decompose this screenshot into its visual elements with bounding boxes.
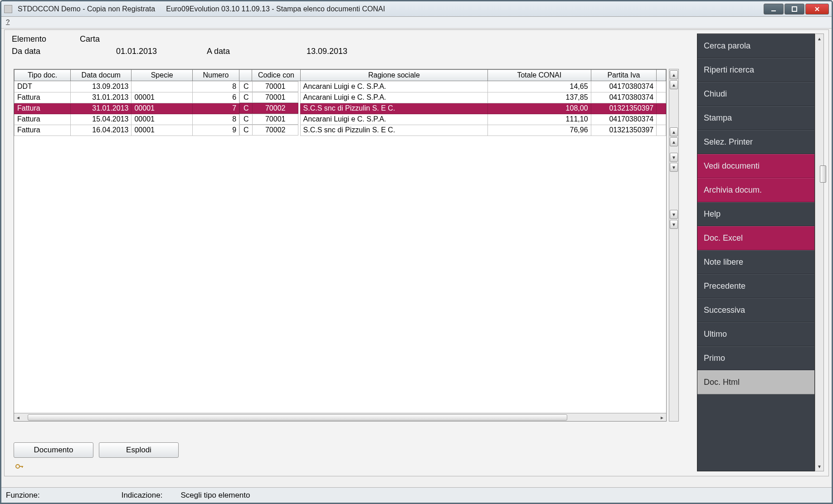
nav-prev-icon[interactable]: ▲ [670, 80, 678, 89]
col-specie[interactable]: Specie [132, 70, 192, 81]
col-tipo[interactable]: Tipo doc. [15, 70, 71, 81]
col-piva[interactable]: Partita Iva [591, 70, 657, 81]
table-row[interactable]: Fattura15.04.2013000018C70001Ancarani Lu… [15, 114, 666, 125]
menu-bar: ? [1, 17, 832, 29]
status-funzione-label: Funzione: [6, 491, 40, 500]
elemento-label: Elemento [12, 34, 80, 44]
side-item-precedente[interactable]: Precedente [697, 274, 814, 298]
side-item-vedi-documenti[interactable]: Vedi documenti [697, 154, 814, 178]
side-scrollbar[interactable]: ▲ ▼ [815, 34, 824, 471]
side-item-help[interactable]: Help [697, 202, 814, 226]
side-item-primo[interactable]: Primo [697, 346, 814, 370]
side-item-note-libere[interactable]: Note libere [697, 250, 814, 274]
content-area: Elemento Carta Da data 01.01.2013 A data… [4, 29, 829, 476]
col-codice[interactable]: Codice con [239, 70, 300, 81]
svg-rect-1 [792, 7, 797, 11]
elemento-value: Carta [80, 34, 193, 44]
side-item-cerca-parola[interactable]: Cerca parola [697, 34, 814, 58]
col-data[interactable]: Data docum [71, 70, 132, 81]
nav-up-icon[interactable]: ▲ [670, 137, 678, 146]
side-scroll-thumb[interactable] [820, 165, 826, 183]
a-data-label: A data [207, 47, 307, 56]
h-scroll-thumb[interactable] [28, 414, 567, 421]
side-scroll-down-icon[interactable]: ▼ [816, 462, 823, 470]
esplodi-button[interactable]: Esplodi [99, 442, 179, 458]
maximize-button[interactable] [784, 4, 804, 15]
col-totale[interactable]: Totale CONAI [488, 70, 591, 81]
status-indicazione-label: Indicazione: [122, 491, 163, 500]
grid-h-scrollbar[interactable]: ◄ ► [14, 413, 666, 421]
grid-empty-area [14, 136, 666, 413]
side-menu: Cerca parolaRiperti ricercaChiudiStampaS… [697, 34, 815, 471]
side-item-doc-excel[interactable]: Doc. Excel [697, 226, 814, 250]
scroll-right-icon[interactable]: ► [658, 413, 666, 422]
col-numero[interactable]: Numero [192, 70, 239, 81]
window-controls [764, 4, 829, 15]
table-row[interactable]: Fattura31.01.2013000016C70001Ancarani Lu… [15, 92, 666, 103]
da-data-label: Da data [12, 47, 116, 56]
a-data-value: 13.09.2013 [307, 47, 397, 56]
side-item-selez-printer[interactable]: Selez. Printer [697, 130, 814, 154]
bottom-buttons: Documento Esplodi [14, 442, 179, 458]
side-item-stampa[interactable]: Stampa [697, 106, 814, 130]
grid-header-row: Tipo doc. Data docum Specie Numero Codic… [15, 70, 666, 81]
nav-down-double-icon[interactable]: ▼ [670, 163, 678, 172]
data-grid[interactable]: Tipo doc. Data docum Specie Numero Codic… [14, 69, 667, 422]
documento-button[interactable]: Documento [14, 442, 93, 458]
table-row[interactable]: Fattura31.01.2013000017C70002S.C.S snc d… [15, 103, 666, 114]
scroll-left-icon[interactable]: ◄ [14, 413, 22, 422]
menu-help[interactable]: ? [6, 18, 10, 25]
nav-up-double-icon[interactable]: ▲ [670, 127, 678, 136]
minimize-button[interactable] [764, 4, 784, 15]
side-scroll-up-icon[interactable]: ▲ [816, 34, 823, 43]
app-icon [4, 5, 12, 13]
grid-v-navigator: ▲ ▲ ▲ ▲ ▼ ▼ ▼ ▼ [669, 69, 679, 422]
nav-down-icon[interactable]: ▼ [670, 153, 678, 162]
nav-next-icon[interactable]: ▼ [670, 210, 678, 219]
side-item-chiudi[interactable]: Chiudi [697, 82, 814, 106]
side-item-archivia-docum-[interactable]: Archivia docum. [697, 178, 814, 202]
svg-point-2 [16, 465, 19, 468]
status-bar: Funzione: Indicazione: Scegli tipo eleme… [1, 487, 832, 503]
window-title-1: STDOCCON Demo - Copia non Registrata [18, 5, 155, 13]
table-row[interactable]: DDT13.09.20138C70001Ancarani Luigi e C. … [15, 81, 666, 92]
col-ragione[interactable]: Ragione sociale [300, 70, 488, 81]
side-item-riperti-ricerca[interactable]: Riperti ricerca [697, 58, 814, 82]
grid-table: Tipo doc. Data docum Specie Numero Codic… [14, 69, 666, 136]
side-item-successiva[interactable]: Successiva [697, 298, 814, 322]
side-panel: Cerca parolaRiperti ricercaChiudiStampaS… [697, 34, 824, 471]
side-item-ultimo[interactable]: Ultimo [697, 322, 814, 346]
svg-rect-0 [771, 10, 776, 11]
key-icon [15, 463, 24, 470]
side-item-doc-html[interactable]: Doc. Html [697, 370, 814, 394]
svg-rect-4 [22, 466, 23, 468]
col-end [657, 70, 666, 81]
nav-first-icon[interactable]: ▲ [670, 70, 678, 79]
table-row[interactable]: Fattura16.04.2013000019C70002S.C.S snc d… [15, 125, 666, 136]
status-indicazione-value: Scegli tipo elemento [180, 491, 250, 500]
da-data-value: 01.01.2013 [116, 47, 207, 56]
titlebar: STDOCCON Demo - Copia non Registrata Eur… [1, 1, 832, 17]
window-title-2: Euro09Evolution 03.10 11.09.13 - Stampa … [166, 5, 385, 13]
close-button[interactable] [805, 4, 829, 15]
nav-last-icon[interactable]: ▼ [670, 220, 678, 229]
